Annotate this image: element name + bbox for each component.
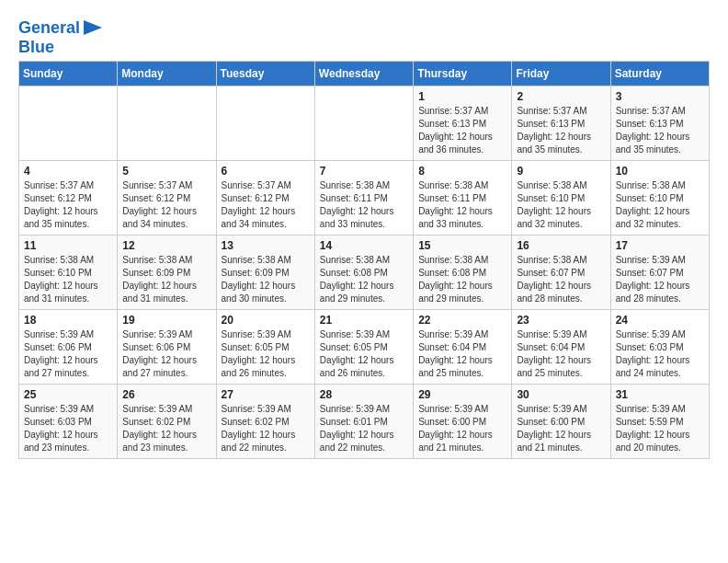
day-info: Sunrise: 5:37 AMSunset: 6:12 PMDaylight:… — [222, 179, 310, 231]
svg-marker-0 — [84, 20, 102, 35]
calendar-cell: 30Sunrise: 5:39 AMSunset: 6:00 PMDayligh… — [512, 384, 610, 458]
calendar-cell: 7Sunrise: 5:38 AMSunset: 6:11 PMDaylight… — [314, 160, 413, 235]
logo: General Blue — [18, 18, 102, 57]
calendar-header-row: SundayMondayTuesdayWednesdayThursdayFrid… — [19, 61, 710, 86]
calendar-cell: 15Sunrise: 5:38 AMSunset: 6:08 PMDayligh… — [414, 235, 512, 309]
calendar-cell — [118, 86, 216, 160]
calendar-cell: 17Sunrise: 5:39 AMSunset: 6:07 PMDayligh… — [610, 235, 709, 309]
column-header-saturday: Saturday — [610, 61, 709, 86]
day-info: Sunrise: 5:39 AMSunset: 6:03 PMDaylight:… — [616, 328, 704, 380]
day-number: 13 — [222, 239, 310, 252]
day-info: Sunrise: 5:39 AMSunset: 6:06 PMDaylight:… — [24, 328, 112, 380]
day-info: Sunrise: 5:37 AMSunset: 6:13 PMDaylight:… — [517, 105, 605, 156]
calendar-cell: 20Sunrise: 5:39 AMSunset: 6:05 PMDayligh… — [216, 309, 314, 384]
column-header-sunday: Sunday — [19, 61, 118, 86]
calendar-cell: 22Sunrise: 5:39 AMSunset: 6:04 PMDayligh… — [414, 309, 512, 384]
day-info: Sunrise: 5:39 AMSunset: 6:01 PMDaylight:… — [320, 403, 408, 454]
calendar-cell: 29Sunrise: 5:39 AMSunset: 6:00 PMDayligh… — [414, 384, 512, 458]
day-number: 18 — [24, 314, 112, 327]
calendar-cell: 10Sunrise: 5:38 AMSunset: 6:10 PMDayligh… — [610, 160, 709, 235]
calendar-cell: 9Sunrise: 5:38 AMSunset: 6:10 PMDaylight… — [512, 160, 610, 235]
day-number: 10 — [616, 165, 704, 178]
day-number: 24 — [616, 314, 704, 327]
day-number: 14 — [320, 239, 408, 252]
calendar-cell: 14Sunrise: 5:38 AMSunset: 6:08 PMDayligh… — [314, 235, 413, 309]
day-number: 26 — [122, 388, 210, 401]
day-info: Sunrise: 5:39 AMSunset: 6:03 PMDaylight:… — [24, 403, 112, 454]
day-info: Sunrise: 5:39 AMSunset: 6:02 PMDaylight:… — [222, 403, 310, 454]
day-info: Sunrise: 5:39 AMSunset: 6:04 PMDaylight:… — [418, 328, 506, 380]
calendar-cell: 12Sunrise: 5:38 AMSunset: 6:09 PMDayligh… — [118, 235, 216, 309]
day-number: 28 — [320, 388, 408, 401]
day-info: Sunrise: 5:39 AMSunset: 5:59 PMDaylight:… — [616, 403, 704, 454]
day-number: 7 — [320, 165, 408, 178]
day-number: 29 — [418, 388, 506, 401]
day-number: 16 — [517, 239, 605, 252]
day-number: 25 — [24, 388, 112, 401]
calendar-cell: 24Sunrise: 5:39 AMSunset: 6:03 PMDayligh… — [610, 309, 709, 384]
calendar-cell: 13Sunrise: 5:38 AMSunset: 6:09 PMDayligh… — [216, 235, 314, 309]
calendar-week-row: 25Sunrise: 5:39 AMSunset: 6:03 PMDayligh… — [19, 384, 710, 458]
day-info: Sunrise: 5:38 AMSunset: 6:08 PMDaylight:… — [418, 254, 506, 305]
calendar-cell — [314, 86, 413, 160]
day-info: Sunrise: 5:39 AMSunset: 6:00 PMDaylight:… — [517, 403, 605, 454]
day-info: Sunrise: 5:38 AMSunset: 6:09 PMDaylight:… — [122, 254, 210, 305]
day-info: Sunrise: 5:38 AMSunset: 6:11 PMDaylight:… — [418, 179, 506, 231]
day-info: Sunrise: 5:38 AMSunset: 6:10 PMDaylight:… — [517, 179, 605, 231]
day-info: Sunrise: 5:39 AMSunset: 6:06 PMDaylight:… — [122, 328, 210, 380]
day-info: Sunrise: 5:39 AMSunset: 6:05 PMDaylight:… — [222, 328, 310, 380]
calendar-cell: 1Sunrise: 5:37 AMSunset: 6:13 PMDaylight… — [414, 86, 512, 160]
calendar-cell: 21Sunrise: 5:39 AMSunset: 6:05 PMDayligh… — [314, 309, 413, 384]
column-header-thursday: Thursday — [414, 61, 512, 86]
calendar-cell: 6Sunrise: 5:37 AMSunset: 6:12 PMDaylight… — [216, 160, 314, 235]
day-number: 15 — [418, 239, 506, 252]
day-number: 11 — [24, 239, 112, 252]
day-info: Sunrise: 5:37 AMSunset: 6:12 PMDaylight:… — [24, 179, 112, 231]
calendar-cell: 26Sunrise: 5:39 AMSunset: 6:02 PMDayligh… — [118, 384, 216, 458]
day-info: Sunrise: 5:39 AMSunset: 6:05 PMDaylight:… — [320, 328, 408, 380]
calendar-cell — [19, 86, 118, 160]
day-info: Sunrise: 5:39 AMSunset: 6:07 PMDaylight:… — [616, 254, 704, 305]
day-info: Sunrise: 5:38 AMSunset: 6:11 PMDaylight:… — [320, 179, 408, 231]
calendar-week-row: 18Sunrise: 5:39 AMSunset: 6:06 PMDayligh… — [19, 309, 710, 384]
calendar-cell: 11Sunrise: 5:38 AMSunset: 6:10 PMDayligh… — [19, 235, 118, 309]
calendar-cell: 28Sunrise: 5:39 AMSunset: 6:01 PMDayligh… — [314, 384, 413, 458]
column-header-monday: Monday — [118, 61, 216, 86]
calendar-cell: 16Sunrise: 5:38 AMSunset: 6:07 PMDayligh… — [512, 235, 610, 309]
day-info: Sunrise: 5:39 AMSunset: 6:02 PMDaylight:… — [122, 403, 210, 454]
day-info: Sunrise: 5:38 AMSunset: 6:07 PMDaylight:… — [517, 254, 605, 305]
day-number: 9 — [517, 165, 605, 178]
calendar-cell: 18Sunrise: 5:39 AMSunset: 6:06 PMDayligh… — [19, 309, 118, 384]
calendar-table: SundayMondayTuesdayWednesdayThursdayFrid… — [18, 61, 710, 459]
day-number: 27 — [222, 388, 310, 401]
day-number: 12 — [122, 239, 210, 252]
calendar-cell: 3Sunrise: 5:37 AMSunset: 6:13 PMDaylight… — [610, 86, 709, 160]
day-number: 8 — [418, 165, 506, 178]
day-info: Sunrise: 5:38 AMSunset: 6:10 PMDaylight:… — [616, 179, 704, 231]
day-info: Sunrise: 5:39 AMSunset: 6:04 PMDaylight:… — [517, 328, 605, 380]
calendar-cell: 2Sunrise: 5:37 AMSunset: 6:13 PMDaylight… — [512, 86, 610, 160]
day-number: 1 — [418, 90, 506, 103]
day-number: 22 — [418, 314, 506, 327]
day-number: 21 — [320, 314, 408, 327]
calendar-cell — [216, 86, 314, 160]
day-number: 19 — [122, 314, 210, 327]
calendar-cell: 25Sunrise: 5:39 AMSunset: 6:03 PMDayligh… — [19, 384, 118, 458]
day-info: Sunrise: 5:38 AMSunset: 6:09 PMDaylight:… — [222, 254, 310, 305]
day-info: Sunrise: 5:38 AMSunset: 6:10 PMDaylight:… — [24, 254, 112, 305]
page-header: General Blue — [18, 15, 710, 57]
logo-text: General — [18, 19, 80, 38]
calendar-cell: 4Sunrise: 5:37 AMSunset: 6:12 PMDaylight… — [19, 160, 118, 235]
calendar-cell: 5Sunrise: 5:37 AMSunset: 6:12 PMDaylight… — [118, 160, 216, 235]
day-number: 4 — [24, 165, 112, 178]
calendar-week-row: 11Sunrise: 5:38 AMSunset: 6:10 PMDayligh… — [19, 235, 710, 309]
calendar-cell: 23Sunrise: 5:39 AMSunset: 6:04 PMDayligh… — [512, 309, 610, 384]
calendar-cell: 8Sunrise: 5:38 AMSunset: 6:11 PMDaylight… — [414, 160, 512, 235]
calendar-week-row: 4Sunrise: 5:37 AMSunset: 6:12 PMDaylight… — [19, 160, 710, 235]
column-header-tuesday: Tuesday — [216, 61, 314, 86]
logo-blue-text: Blue — [18, 38, 54, 56]
day-number: 31 — [616, 388, 704, 401]
day-number: 3 — [616, 90, 704, 103]
column-header-friday: Friday — [512, 61, 610, 86]
day-number: 17 — [616, 239, 704, 252]
